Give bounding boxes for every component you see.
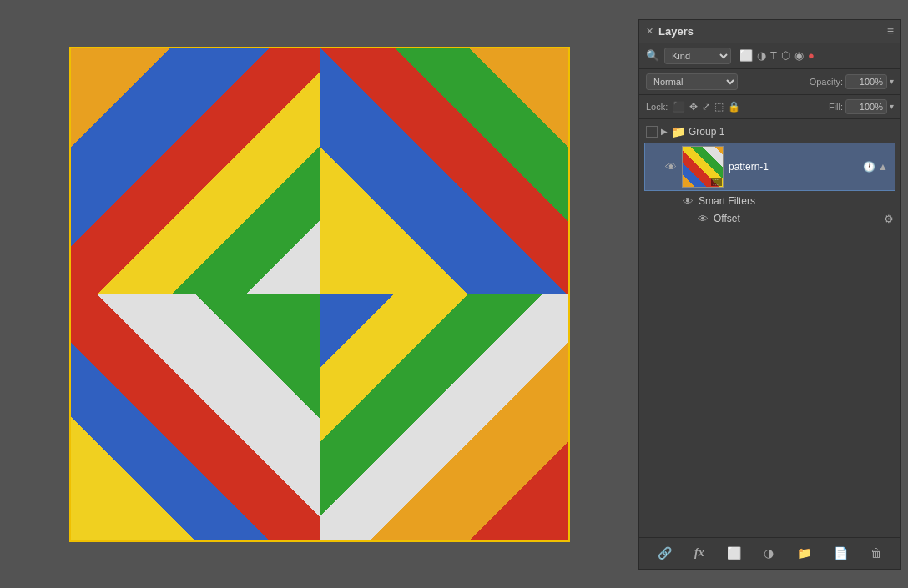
smart-filters-row[interactable]: 👁 Smart Filters xyxy=(639,193,900,210)
adjustment-filter-icon[interactable]: ◑ xyxy=(757,49,766,62)
layer-visibility-icon[interactable]: 👁 xyxy=(665,160,677,173)
adjustment-layer-icon[interactable]: ◑ xyxy=(760,545,777,561)
fx-icon[interactable]: fx xyxy=(691,545,708,561)
kind-select[interactable]: Kind xyxy=(664,48,731,64)
group-visibility-checkbox[interactable] xyxy=(646,126,658,138)
layer-item-pattern1[interactable]: 👁 ⬚ pattern-1 🕐 ▲ xyxy=(644,143,895,191)
lock-label: Lock: xyxy=(646,102,668,112)
fill-value[interactable]: 100% xyxy=(845,99,887,114)
offset-settings-icon[interactable]: ⚙ xyxy=(884,213,894,225)
canvas-quadrant-3 xyxy=(71,294,320,540)
smart-filters-visibility-icon[interactable]: 👁 xyxy=(683,195,694,208)
layers-panel: ✕ Layers ≡ 🔍 Kind ⬜ ◑ T ⬡ ◉ ● Normal Opa… xyxy=(638,19,901,570)
opacity-value[interactable]: 100% xyxy=(845,74,887,89)
lock-pixels-icon[interactable]: ⬛ xyxy=(673,101,685,113)
opacity-chevron-icon: ▾ xyxy=(890,77,894,86)
color-filter-icon[interactable]: ● xyxy=(808,49,815,62)
filter-row: 🔍 Kind ⬜ ◑ T ⬡ ◉ ● xyxy=(639,43,900,69)
canvas-quadrant-2 xyxy=(320,48,568,294)
layers-list: ▶ 📁 Group 1 👁 ⬚ pattern-1 🕐 ▲ 👁 Smart Fi… xyxy=(639,119,900,537)
layer-actions: 🕐 ▲ xyxy=(863,161,888,173)
offset-visibility-icon[interactable]: 👁 xyxy=(698,213,709,225)
blend-row: Normal Opacity: 100% ▾ xyxy=(639,69,900,95)
offset-filter-row[interactable]: 👁 Offset ⚙ xyxy=(639,210,900,228)
add-mask-icon[interactable]: ⬜ xyxy=(724,545,744,561)
fill-label: Fill: xyxy=(829,102,843,112)
fill-chevron-icon: ▾ xyxy=(890,102,894,111)
fill-control: Fill: 100% ▾ xyxy=(829,99,894,114)
lock-move-icon[interactable]: ⤢ xyxy=(702,101,710,113)
lock-position-icon[interactable]: ✥ xyxy=(689,101,698,113)
layer-thumbnail: ⬚ xyxy=(682,146,724,188)
close-button[interactable]: ✕ xyxy=(646,26,653,37)
offset-filter-label: Offset xyxy=(714,213,879,224)
smart-object-badge: ⬚ xyxy=(711,178,722,186)
blend-mode-select[interactable]: Normal xyxy=(646,73,738,90)
shape-filter-icon[interactable]: ⬡ xyxy=(781,49,790,62)
lock-all-icon[interactable]: 🔒 xyxy=(728,101,740,113)
search-icon: 🔍 xyxy=(646,49,659,62)
panel-menu-button[interactable]: ≡ xyxy=(887,24,894,38)
group-layer-row[interactable]: ▶ 📁 Group 1 xyxy=(639,123,900,141)
panel-header: ✕ Layers ≡ xyxy=(639,20,900,43)
smart-filters-label: Smart Filters xyxy=(699,195,755,207)
layer-collapse-icon[interactable]: ▲ xyxy=(878,161,888,173)
group-folder-icon: 📁 xyxy=(671,125,685,138)
opacity-label: Opacity: xyxy=(810,77,843,87)
link-layers-icon[interactable]: 🔗 xyxy=(654,545,675,561)
canvas-area xyxy=(0,0,638,588)
smart-object-filter-icon[interactable]: ◉ xyxy=(794,49,804,62)
group-name: Group 1 xyxy=(689,126,724,138)
lock-icons: ⬛ ✥ ⤢ ⬚ 🔒 xyxy=(673,101,740,113)
layer-name: pattern-1 xyxy=(729,161,858,173)
group-expand-icon[interactable]: ▶ xyxy=(661,127,668,136)
panel-header-left: ✕ Layers xyxy=(646,25,694,38)
layer-clock-icon[interactable]: 🕐 xyxy=(863,161,875,173)
opacity-control: Opacity: 100% ▾ xyxy=(810,74,894,89)
lock-row: Lock: ⬛ ✥ ⤢ ⬚ 🔒 Fill: 100% ▾ xyxy=(639,95,900,119)
panel-footer: 🔗 fx ⬜ ◑ 📁 📄 🗑 xyxy=(639,537,900,569)
type-filter-icon[interactable]: T xyxy=(770,49,777,62)
lock-artboards-icon[interactable]: ⬚ xyxy=(714,101,724,113)
new-group-icon[interactable]: 📁 xyxy=(794,545,815,561)
canvas xyxy=(69,47,570,542)
filter-icons: ⬜ ◑ T ⬡ ◉ ● xyxy=(739,49,815,62)
new-layer-icon[interactable]: 📄 xyxy=(830,545,851,561)
canvas-quadrant-4 xyxy=(320,294,568,540)
panel-title: Layers xyxy=(658,25,694,38)
delete-layer-icon[interactable]: 🗑 xyxy=(867,545,885,561)
canvas-quadrant-1 xyxy=(71,48,320,294)
pixel-filter-icon[interactable]: ⬜ xyxy=(739,49,753,62)
